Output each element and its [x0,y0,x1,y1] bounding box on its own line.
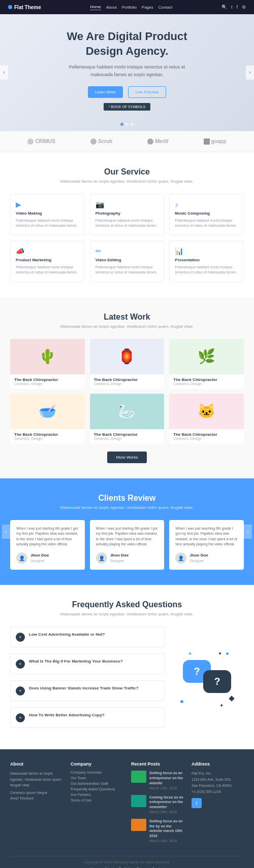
faq-text-3: Does Using Banner Stands Increase Trade … [29,686,139,690]
hero-section: ‹ We Are Digital ProductDesign Agency. P… [0,14,254,131]
reviewer-avatar-3: 👤 [175,552,186,564]
work-cta: More Works [10,452,244,463]
faq-dot-3 [180,700,183,703]
brands-bar: CRIMUS Scrub Merlit goapp [0,131,254,152]
service-presentation: 📊 Presentation Pellentesque habitant mor… [169,240,244,282]
hero-title: We Are Digital ProductDesign Agency. [61,29,193,58]
navbar-icons: 🔍 t f ⚙ [221,5,246,10]
work-title-6: The Back Chiropractor [173,432,240,437]
service-photography-title: Photography [96,211,159,216]
twitter-icon[interactable]: t [231,5,233,10]
hero-dot-3[interactable] [131,123,134,126]
clients-next-arrow[interactable]: › [244,525,252,539]
search-icon[interactable]: 🔍 [221,5,227,10]
work-img-1: 🌵 [10,339,85,374]
service-marketing: 📣 Product Marketing Pellentesque habitan… [10,240,85,282]
service-editing-text: Pellentesque habitant morbi tristique se… [96,265,159,275]
work-item-3[interactable]: 🌿 The Back Chiropractor Ceramics, Design [169,339,244,389]
faq-item-4[interactable]: + How To Write Better Advertising Copy? [10,707,165,728]
live-preview-button[interactable]: Live Preview [128,86,166,98]
work-grid: 🌵 The Back Chiropractor Ceramics, Design… [10,339,244,443]
work-item-2[interactable]: 🏮 The Back Chiropractor Ceramics, Design [90,339,165,389]
nav-contact[interactable]: Contact [158,5,173,10]
facebook-icon[interactable]: f [236,5,238,10]
footer-posts-col: Recent Posts Getting focus as an entrepr… [131,761,183,847]
nav-pages[interactable]: Pages [142,5,153,10]
copyright-text: Copyright © 2016 Company Name. All right… [84,860,170,864]
latest-work-subtitle: Malesuada fames ac turpis egestas. Vesti… [10,324,244,329]
work-title-2: The Back Chiropractor [94,377,161,382]
work-item-1[interactable]: 🌵 The Back Chiropractor Ceramics, Design [10,339,85,389]
work-category-6: Ceramics, Design [173,437,240,440]
footer-post-title-1: Getting focus as an entrepreneur on the … [149,771,183,785]
presentation-icon: 📊 [175,247,238,255]
footer-company-link-3[interactable]: Our Administration Staff [71,782,123,785]
reviewer-avatar-2: 👤 [96,552,107,564]
editing-icon: ✏ [96,247,159,255]
hero-next-arrow[interactable]: › [246,65,254,80]
brand-goapp-icon [204,138,210,145]
service-music: ♪ Music Composing Pellentesque habitant … [169,194,244,235]
brand-crimus-icon [27,138,34,145]
footer-company-link-4[interactable]: Frequently Asked Questions [71,787,123,791]
clients-prev-arrow[interactable]: ‹ [2,525,10,539]
brand-merlit: Merlit [147,138,169,145]
nav-about[interactable]: About [106,5,117,10]
footer-about-link-1[interactable]: Ceramics Ipsum Neque [10,791,62,794]
brand-crimus: CRIMUS [27,138,55,145]
work-item-6[interactable]: 🐱 The Back Chiropractor Ceramics, Design [169,394,244,443]
faq-item-1[interactable]: + Low Cost Advertising Available or Not? [10,627,165,647]
brand-goapp: goapp [204,138,227,145]
settings-icon[interactable]: ⚙ [242,5,246,10]
more-works-button[interactable]: More Works [107,452,147,463]
work-category-1: Ceramics, Design [14,382,81,386]
footer-about-title: About [10,761,62,767]
hero-dot-1[interactable] [120,123,123,126]
footer-company-link-5[interactable]: Our Partners [71,793,123,796]
work-img-6: 🐱 [169,394,244,429]
reviews-row: When I was just starting 6th grade I got… [10,520,244,570]
work-category-5: Ceramics, Design [94,437,161,440]
footer-company-link-6[interactable]: Terms of Use [71,798,123,802]
footer: About Malesuada fames ac turpis egestas.… [0,749,254,868]
faq-item-3[interactable]: + Does Using Banner Stands Increase Trad… [10,680,165,701]
faq-bubble-2: ? [203,670,231,693]
work-img-4: 🥣 [10,394,85,429]
services-subtitle: Malesuada fames ac turpis egestas. Vesti… [10,179,244,184]
footer-about-link-2[interactable]: Amet Tincidunt [10,796,62,800]
footer-social-twitter[interactable]: t [192,798,202,808]
reviewer-3: 👤 Jhon Doe Designer [175,552,238,564]
faq-item-2[interactable]: + What Is The Big If For Marketing Your … [10,653,165,674]
faq-icon-2: + [16,659,25,669]
footer-address-title: Address [192,761,244,767]
faq-star-2: ✦ [219,703,224,708]
brand-scrub-icon [90,138,97,145]
faq-icon-3: + [16,686,25,696]
work-item-4[interactable]: 🥣 The Back Chiropractor Ceramics, Design [10,394,85,443]
footer-address-col: Address Flat Pro, Inc. 1234 Elm Ave, Sui… [192,761,244,847]
hero-badge: * BOOK OF SYMBOLS [104,103,150,111]
hero-pagination [120,123,134,126]
faq-diamond-1 [229,696,234,702]
navbar: Flat Theme Home About Portfolio Pages Co… [0,0,254,14]
footer-company-link-2[interactable]: Our Team [71,776,123,780]
review-3: When I was just teaching 6th grade I got… [169,520,244,570]
work-title-3: The Back Chiropractor [173,377,240,382]
footer-company-link-1[interactable]: Company Overview [71,771,123,774]
hero-dot-2[interactable] [125,123,129,126]
footer-posts-title: Recent Posts [131,761,183,767]
faq-section: Frequently Asked Questions Malesuada fam… [0,585,254,749]
service-music-title: Music Composing [175,211,238,216]
logo[interactable]: Flat Theme [8,5,41,10]
reviewer-avatar-1: 👤 [16,552,27,564]
work-item-5[interactable]: 🦢 The Back Chiropractor Ceramics, Design [90,394,165,443]
nav-portfolio[interactable]: Portfolio [122,5,137,10]
faq-subtitle: Malesuada fames ac turpis egestas. Vesti… [10,612,244,616]
hero-subtitle: Pellentesque habitant morbi tristique se… [61,63,193,78]
clients-subtitle: Malesuada fames ac turpis egestas. Vesti… [10,505,244,510]
faq-star-1: ✦ [188,651,192,656]
nav-home[interactable]: Home [90,5,101,10]
work-img-3: 🌿 [169,339,244,374]
learn-more-button[interactable]: Learn More [88,86,123,98]
hero-prev-arrow[interactable]: ‹ [0,65,8,80]
